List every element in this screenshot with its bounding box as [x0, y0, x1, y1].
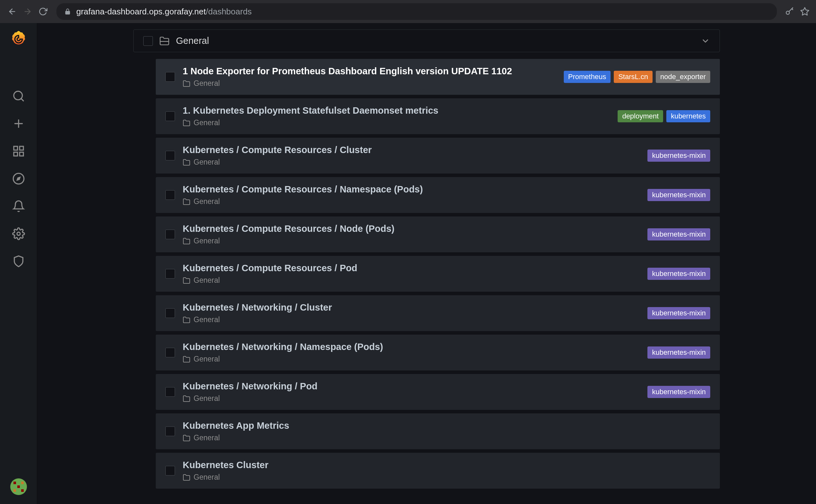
dashboard-title: Kubernetes / Networking / Cluster	[183, 302, 640, 313]
tag[interactable]: kubernetes-mixin	[648, 268, 710, 280]
folder-icon	[183, 119, 190, 127]
tag[interactable]: kubernetes	[666, 110, 710, 122]
dashboard-item[interactable]: 1. Kubernetes Deployment Statefulset Dae…	[156, 98, 720, 134]
alerting-icon[interactable]	[12, 199, 26, 213]
tag-list: kubernetes-mixin	[648, 189, 710, 201]
tag[interactable]: kubernetes-mixin	[648, 189, 710, 201]
folder-icon	[183, 277, 190, 284]
reload-button[interactable]	[37, 6, 49, 17]
select-all-checkbox[interactable]	[143, 36, 153, 46]
svg-rect-21	[13, 489, 16, 492]
dashboard-folder: General	[183, 158, 640, 167]
tag[interactable]: kubernetes-mixin	[648, 307, 710, 319]
dashboards-icon[interactable]	[12, 144, 26, 158]
dashboard-checkbox[interactable]	[165, 387, 175, 397]
url-bar[interactable]: grafana-dashboard.ops.gorafay.net/dashbo…	[56, 3, 777, 20]
forward-button[interactable]	[22, 6, 33, 17]
dashboard-folder: General	[183, 118, 610, 127]
dashboard-item[interactable]: Kubernetes / Networking / Namespace (Pod…	[156, 335, 720, 370]
tag-list: PrometheusStarsL.cnnode_exporter	[564, 71, 710, 83]
svg-rect-19	[21, 482, 24, 484]
main-content: General 1 Node Exporter for Prometheus D…	[37, 23, 816, 504]
tag[interactable]: kubernetes-mixin	[648, 386, 710, 398]
folder-icon	[183, 355, 190, 363]
dashboard-folder: General	[183, 355, 640, 363]
dashboard-checkbox[interactable]	[165, 190, 175, 200]
svg-marker-5	[801, 8, 809, 15]
dashboard-item[interactable]: Kubernetes ClusterGeneral	[156, 453, 720, 489]
back-button[interactable]	[6, 6, 18, 17]
dashboard-checkbox[interactable]	[165, 230, 175, 239]
svg-rect-11	[20, 146, 23, 150]
dashboard-item[interactable]: 1 Node Exporter for Prometheus Dashboard…	[156, 59, 720, 95]
tag[interactable]: kubernetes-mixin	[648, 150, 710, 162]
dashboard-title: Kubernetes / Compute Resources / Namespa…	[183, 184, 640, 195]
tag[interactable]: kubernetes-mixin	[648, 346, 710, 359]
dashboard-item[interactable]: Kubernetes App MetricsGeneral	[156, 413, 720, 449]
dashboard-item[interactable]: Kubernetes / Compute Resources / Cluster…	[156, 138, 720, 174]
folder-icon	[183, 198, 190, 206]
folder-icon	[183, 434, 190, 442]
tag[interactable]: StarsL.cn	[614, 71, 653, 83]
dashboard-folder: General	[183, 473, 703, 482]
avatar[interactable]	[10, 478, 27, 495]
dashboard-folder: General	[183, 434, 703, 442]
dashboard-checkbox[interactable]	[165, 269, 175, 279]
plus-icon[interactable]	[12, 117, 26, 131]
star-icon[interactable]	[800, 7, 810, 16]
tag-list: deploymentkubernetes	[618, 110, 710, 122]
tag-list: kubernetes-mixin	[648, 346, 710, 359]
dashboard-checkbox[interactable]	[165, 111, 175, 121]
tag[interactable]: kubernetes-mixin	[648, 228, 710, 240]
dashboard-folder: General	[183, 315, 640, 324]
search-icon[interactable]	[12, 89, 26, 103]
tag-list: kubernetes-mixin	[648, 268, 710, 280]
dashboard-title: 1. Kubernetes Deployment Statefulset Dae…	[183, 105, 610, 116]
configuration-icon[interactable]	[12, 227, 26, 241]
dashboard-item[interactable]: Kubernetes / Compute Resources / PodGene…	[156, 256, 720, 292]
svg-rect-20	[17, 485, 20, 488]
dashboard-folder: General	[183, 394, 640, 403]
folder-title: General	[176, 36, 209, 46]
lock-icon	[64, 8, 71, 15]
grafana-logo-icon[interactable]	[10, 29, 28, 47]
dashboard-item[interactable]: Kubernetes / Compute Resources / Namespa…	[156, 177, 720, 213]
dashboard-title: Kubernetes / Networking / Namespace (Pod…	[183, 342, 640, 352]
dashboard-checkbox[interactable]	[165, 72, 175, 82]
svg-line-7	[21, 99, 23, 101]
dashboard-title: Kubernetes / Compute Resources / Cluster	[183, 145, 640, 155]
dashboard-checkbox[interactable]	[165, 427, 175, 436]
tag[interactable]: Prometheus	[564, 71, 611, 83]
folder-icon	[183, 316, 190, 324]
chevron-down-icon[interactable]	[701, 37, 710, 45]
dashboard-checkbox[interactable]	[165, 151, 175, 160]
explore-icon[interactable]	[12, 172, 26, 186]
svg-rect-10	[14, 146, 18, 150]
dashboard-item[interactable]: Kubernetes / Networking / ClusterGeneral…	[156, 295, 720, 331]
dashboard-folder: General	[183, 197, 640, 206]
dashboard-title: Kubernetes Cluster	[183, 460, 703, 470]
svg-rect-18	[13, 482, 16, 484]
folder-icon	[183, 237, 190, 245]
dashboard-checkbox[interactable]	[165, 308, 175, 318]
dashboard-item[interactable]: Kubernetes / Compute Resources / Node (P…	[156, 216, 720, 252]
dashboard-item[interactable]: Kubernetes / Networking / PodGeneralkube…	[156, 374, 720, 410]
svg-marker-15	[16, 176, 20, 181]
svg-rect-13	[14, 152, 18, 156]
key-icon[interactable]	[785, 7, 794, 16]
tag[interactable]: node_exporter	[656, 71, 710, 83]
tag[interactable]: deployment	[618, 110, 663, 122]
shield-icon[interactable]	[12, 254, 26, 268]
svg-rect-12	[20, 152, 23, 156]
dashboard-title: Kubernetes / Compute Resources / Pod	[183, 263, 640, 273]
folder-open-icon	[159, 36, 169, 46]
folder-icon	[183, 80, 190, 87]
url-text: grafana-dashboard.ops.gorafay.net/dashbo…	[76, 7, 252, 17]
dashboard-checkbox[interactable]	[165, 466, 175, 476]
folder-header[interactable]: General	[133, 29, 720, 52]
svg-point-2	[786, 11, 789, 14]
dashboard-folder: General	[183, 276, 640, 285]
dashboard-checkbox[interactable]	[165, 348, 175, 357]
tag-list: kubernetes-mixin	[648, 228, 710, 240]
dashboard-list: 1 Node Exporter for Prometheus Dashboard…	[133, 52, 720, 489]
